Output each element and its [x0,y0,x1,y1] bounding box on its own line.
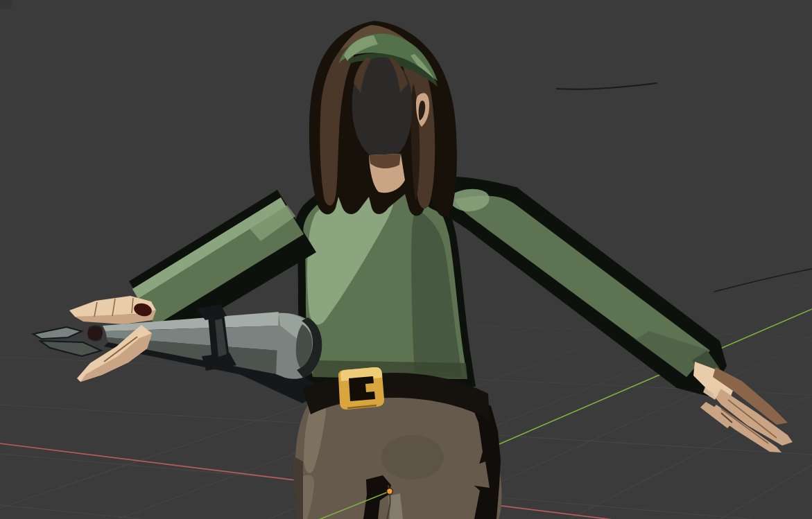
muzzle-hole-rim [88,325,103,341]
object-origin-dot[interactable] [387,489,393,495]
pants-center-shade [381,435,444,480]
corner-panel-edge [0,0,12,9]
viewport-canvas[interactable] [0,0,812,519]
viewport[interactable] [0,0,812,519]
